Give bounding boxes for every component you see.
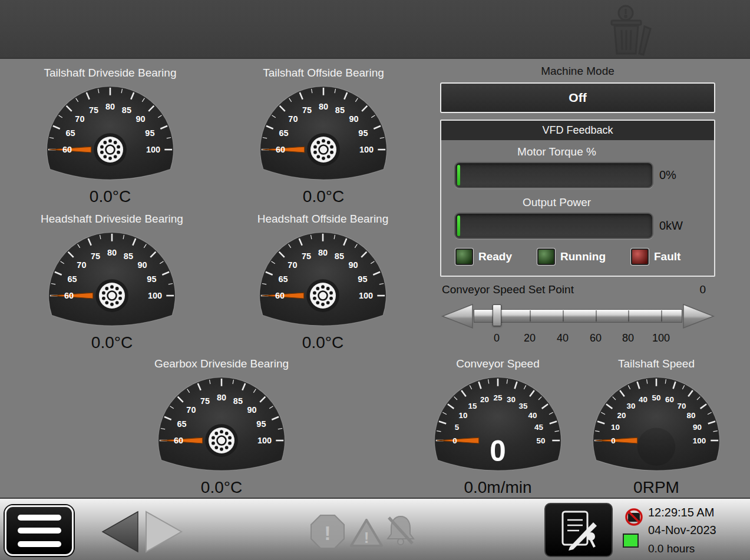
svg-text:40: 40 (639, 395, 647, 404)
forward-button[interactable] (145, 511, 183, 553)
clock-time: 12:29:15 AM (648, 506, 714, 519)
vfd-feedback-panel: VFD Feedback Motor Torque % 0% Output Po… (440, 120, 715, 277)
gauge-conveyor-speed: Conveyor Speed 051015202530354045500 0.0… (409, 357, 586, 496)
slider-scale-label: 0 (494, 332, 500, 344)
temperature-gauge-dial: 6065707580859095100 (247, 80, 399, 193)
svg-text:35: 35 (518, 402, 527, 410)
svg-text:10: 10 (459, 411, 468, 420)
svg-text:60: 60 (64, 291, 74, 300)
notes-button[interactable] (544, 503, 613, 557)
gauge-title: Headshaft Offside Bearing (234, 212, 411, 226)
svg-text:95: 95 (145, 128, 154, 138)
back-button[interactable] (101, 511, 139, 553)
slider-handle[interactable] (493, 304, 501, 326)
gauge-reading: 0.0°C (22, 188, 199, 206)
alarm-triangle-icon: ! (349, 518, 384, 549)
svg-text:50: 50 (537, 436, 546, 445)
svg-text:70: 70 (288, 114, 298, 124)
svg-text:65: 65 (279, 128, 289, 138)
svg-text:65: 65 (66, 128, 75, 138)
svg-text:15: 15 (468, 402, 477, 410)
ready-label: Ready (478, 250, 512, 263)
slider-scale-label: 100 (652, 332, 670, 344)
svg-text:85: 85 (335, 251, 344, 261)
svg-text:10: 10 (611, 423, 620, 432)
output-power-bar (454, 213, 653, 239)
gauge-title: Headshaft Driveside Bearing (24, 212, 200, 226)
svg-text:100: 100 (693, 436, 706, 445)
setpoint-row: Conveyor Speed Set Point 0 (442, 283, 714, 296)
gauge-tailshaft-offside-bearing: Tailshaft Offside Bearing 60657075808590… (235, 66, 412, 206)
slider-tick (563, 310, 564, 322)
svg-text:20: 20 (617, 411, 626, 420)
gauge-reading: 0.0°C (234, 334, 411, 352)
svg-text:0: 0 (611, 436, 615, 445)
ready-led-icon (455, 248, 473, 265)
gauge-headshaft-driveside-bearing: Headshaft Driveside Bearing 606570758085… (24, 212, 200, 352)
menu-button[interactable] (5, 505, 74, 556)
svg-text:100: 100 (146, 145, 160, 154)
gauge-tailshaft-driveside-bearing: Tailshaft Driveside Bearing 606570758085… (22, 66, 199, 206)
svg-text:90: 90 (349, 114, 359, 124)
svg-text:25: 25 (494, 393, 503, 402)
svg-text:85: 85 (122, 105, 131, 115)
slider-tick (596, 310, 597, 322)
svg-text:40: 40 (528, 411, 537, 420)
output-power-value: 0kW (659, 219, 683, 233)
discard-alert-icon (602, 2, 661, 58)
svg-text:80: 80 (217, 393, 226, 402)
clock-date: 04-Nov-2023 (648, 523, 716, 537)
svg-text:80: 80 (319, 102, 328, 111)
svg-text:85: 85 (233, 396, 243, 406)
svg-text:85: 85 (335, 105, 345, 115)
svg-text:70: 70 (77, 260, 86, 270)
svg-text:95: 95 (256, 419, 266, 429)
svg-text:100: 100 (359, 291, 373, 300)
svg-text:60: 60 (276, 145, 285, 154)
temperature-gauge-dial: 6065707580859095100 (34, 80, 186, 193)
output-power-bar-fill (457, 216, 460, 236)
slider-decrease-arrow-icon[interactable] (441, 303, 474, 330)
motor-torque-bar-fill (457, 165, 460, 185)
svg-text:50: 50 (652, 393, 661, 402)
gauge-reading: 0.0°C (133, 479, 310, 496)
svg-text:30: 30 (507, 395, 516, 404)
svg-text:45: 45 (534, 423, 543, 432)
slider-scale-label: 80 (622, 332, 634, 344)
svg-text:95: 95 (358, 128, 368, 138)
slider-increase-arrow-icon[interactable] (682, 303, 715, 330)
svg-text:100: 100 (359, 145, 374, 154)
slider-tick (661, 310, 662, 322)
svg-text:70: 70 (75, 114, 84, 124)
gauge-gearbox-driveside-bearing: Gearbox Driveside Bearing 60657075808590… (133, 357, 310, 496)
svg-text:0: 0 (490, 435, 505, 467)
svg-text:60: 60 (174, 436, 183, 445)
svg-text:80: 80 (107, 248, 117, 257)
motor-torque-value: 0% (659, 168, 676, 182)
hmi-screen: Tailshaft Driveside Bearing 606570758085… (0, 0, 750, 560)
temperature-gauge-dial: 6065707580859095100 (36, 226, 188, 339)
running-led-icon (537, 248, 555, 265)
svg-text:75: 75 (302, 105, 312, 115)
svg-text:75: 75 (91, 251, 100, 261)
hamburger-icon (18, 515, 61, 521)
svg-text:90: 90 (247, 405, 257, 415)
slider-track[interactable] (474, 309, 682, 323)
svg-text:!: ! (324, 522, 331, 544)
status-square-indicator (623, 534, 639, 548)
slider-tick (628, 310, 629, 322)
svg-text:75: 75 (200, 396, 210, 406)
motor-torque-label: Motor Torque % (441, 145, 672, 158)
svg-text:65: 65 (177, 419, 187, 429)
gauge-tailshaft-speed: Tailshaft Speed 0102030405060708090100 0… (568, 357, 745, 496)
svg-text:80: 80 (105, 102, 115, 111)
svg-text:100: 100 (148, 291, 162, 300)
top-bar (0, 0, 750, 59)
machine-mode-label: Machine Mode (440, 65, 715, 78)
alarm-octagon-icon: ! (310, 515, 345, 549)
conveyor-speed-slider: 0 20 40 60 80 100 (441, 301, 715, 356)
svg-text:75: 75 (302, 251, 311, 261)
vfd-panel-title: VFD Feedback (441, 121, 714, 140)
setpoint-value: 0 (699, 283, 706, 296)
setpoint-label: Conveyor Speed Set Point (442, 283, 574, 296)
